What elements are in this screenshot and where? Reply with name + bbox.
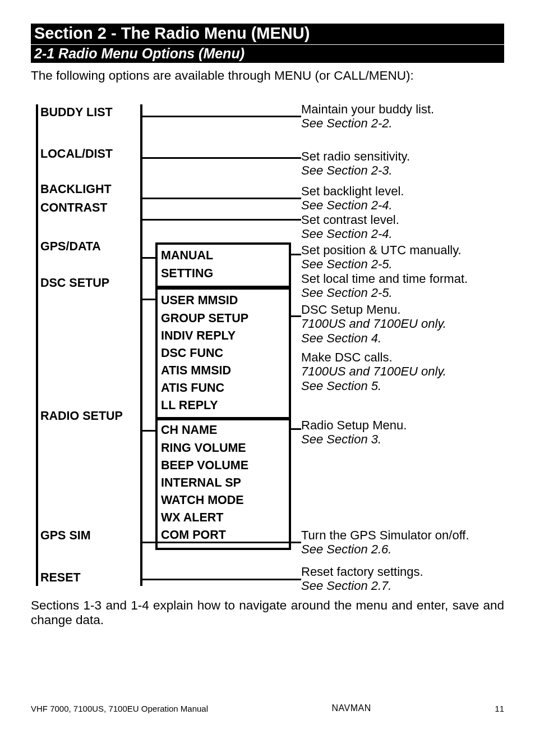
- desc-buddy-ref: See Section 2-2.: [301, 116, 509, 130]
- desc-dsc2-text: Make DSC calls.: [301, 350, 509, 364]
- dsc-user-mmsid: USER MMSID: [161, 292, 285, 309]
- desc-radio-text: Radio Setup Menu.: [301, 418, 509, 432]
- desc-gps2-ref: See Section 2-5.: [301, 286, 509, 300]
- dsc-ll-reply: LL REPLY: [161, 397, 285, 414]
- desc-radio: Radio Setup Menu. See Section 3.: [301, 418, 509, 446]
- radio-ch-name: CH NAME: [161, 421, 285, 439]
- dsc-indiv-reply: INDIV REPLY: [161, 327, 285, 345]
- desc-dsc2-ref: See Section 5.: [301, 379, 509, 393]
- desc-dsc2: Make DSC calls. 7100US and 7100EU only. …: [301, 350, 509, 392]
- menu-radio-setup: RADIO SETUP: [38, 409, 140, 423]
- footer-center: NAVMAN: [332, 703, 371, 713]
- desc-local: Set radio sensitivity. See Section 2-3.: [301, 149, 509, 177]
- menu-buddy-list: BUDDY LIST: [38, 106, 140, 120]
- dsc-atis-func: ATIS FUNC: [161, 379, 285, 397]
- desc-contrast-ref: See Section 2-4.: [301, 227, 509, 241]
- desc-reset-ref: See Section 2.7.: [301, 579, 509, 593]
- intro-text: The following options are available thro…: [31, 68, 504, 83]
- gps-setting: SETTING: [161, 265, 285, 282]
- desc-gps1-ref: See Section 2-5.: [301, 257, 509, 271]
- menu-reset: RESET: [38, 571, 140, 585]
- desc-backlight: Set backlight level. See Section 2-4.: [301, 184, 509, 212]
- desc-dsc1-text: DSC Setup Menu.: [301, 303, 509, 317]
- radio-beep-volume: BEEP VOLUME: [161, 457, 285, 474]
- outro-text: Sections 1-3 and 1-4 explain how to navi…: [31, 598, 504, 627]
- desc-gps2-text: Set local time and time format.: [301, 272, 509, 286]
- menu-contrast: CONTRAST: [38, 201, 140, 215]
- desc-backlight-ref: See Section 2-4.: [301, 198, 509, 212]
- desc-radio-ref: See Section 3.: [301, 432, 509, 446]
- radio-watch-mode: WATCH MODE: [161, 492, 285, 509]
- radio-ring-volume: RING VOLUME: [161, 439, 285, 457]
- desc-dsc1-note: 7100US and 7100EU only.: [301, 317, 509, 331]
- dsc-group-setup: GROUP SETUP: [161, 310, 285, 327]
- menu-dsc-setup: DSC SETUP: [38, 276, 140, 290]
- desc-gpssim: Turn the GPS Simulator on/off. See Secti…: [301, 528, 509, 556]
- menu-backlight: BACKLIGHT: [38, 182, 140, 196]
- desc-dsc1: DSC Setup Menu. 7100US and 7100EU only. …: [301, 303, 509, 345]
- subsection-header: 2-1 Radio Menu Options (Menu): [31, 44, 504, 63]
- desc-local-ref: See Section 2-3.: [301, 163, 509, 177]
- desc-contrast: Set contrast level. See Section 2-4.: [301, 213, 509, 241]
- desc-dsc1-ref: See Section 4.: [301, 331, 509, 345]
- menu-gps-sim: GPS SIM: [38, 529, 140, 543]
- gps-manual: MANUAL: [161, 247, 285, 264]
- desc-reset-text: Reset factory settings.: [301, 565, 509, 579]
- desc-backlight-text: Set backlight level.: [301, 184, 509, 198]
- footer-left: VHF 7000, 7100US, 7100EU Operation Manua…: [31, 704, 208, 713]
- desc-gpssim-text: Turn the GPS Simulator on/off.: [301, 528, 509, 542]
- desc-gps1-text: Set position & UTC manually.: [301, 243, 509, 257]
- desc-gpssim-ref: See Section 2.6.: [301, 542, 509, 556]
- desc-gps: Set position & UTC manually. See Section…: [301, 243, 509, 299]
- dsc-dsc-func: DSC FUNC: [161, 345, 285, 362]
- desc-buddy: Maintain your buddy list. See Section 2-…: [301, 102, 509, 130]
- desc-reset: Reset factory settings. See Section 2.7.: [301, 565, 509, 593]
- radio-internal-sp: INTERNAL SP: [161, 474, 285, 492]
- desc-dsc2-note: 7100US and 7100EU only.: [301, 364, 509, 378]
- desc-local-text: Set radio sensitivity.: [301, 149, 509, 163]
- menu-diagram: BUDDY LIST LOCAL/DIST BACKLIGHT CONTRAST…: [31, 104, 504, 593]
- menu-gps-data: GPS/DATA: [38, 240, 140, 254]
- footer-page-number: 11: [495, 704, 504, 713]
- page-footer: VHF 7000, 7100US, 7100EU Operation Manua…: [31, 703, 504, 713]
- menu-local-dist: LOCAL/DIST: [38, 147, 140, 161]
- dsc-atis-mmsid: ATIS MMSID: [161, 362, 285, 379]
- radio-wx-alert: WX ALERT: [161, 509, 285, 526]
- desc-contrast-text: Set contrast level.: [301, 213, 509, 227]
- desc-buddy-text: Maintain your buddy list.: [301, 102, 509, 116]
- section-header: Section 2 - The Radio Menu (MENU): [31, 24, 504, 44]
